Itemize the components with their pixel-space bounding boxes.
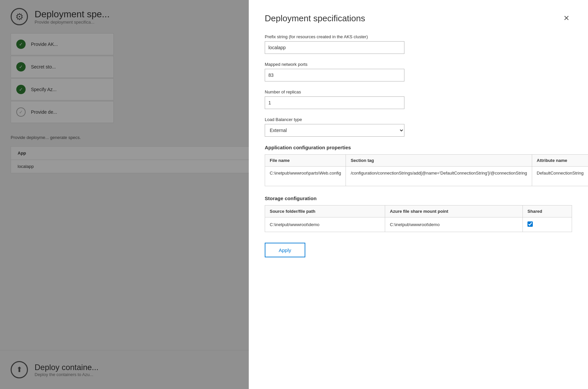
storage-config-title: Storage configuration	[265, 195, 572, 201]
mapped-ports-label: Mapped network ports	[265, 62, 572, 67]
col-file-name: File name	[265, 155, 346, 167]
col-shared: Shared	[523, 205, 572, 217]
storage-header-row: Source folder/file path Azure file share…	[265, 205, 572, 217]
app-config-row: C:\inetpub\wwwroot\parts\Web.config /con…	[265, 167, 588, 186]
storage-config-section: Storage configuration Source folder/file…	[265, 195, 572, 232]
lb-type-label: Load Balancer type	[265, 117, 572, 122]
lb-type-field-group: Load Balancer type External Internal Non…	[265, 117, 572, 137]
deployment-specs-modal: Deployment specifications ✕ Prefix strin…	[249, 0, 588, 389]
col-section-tag: Section tag	[346, 155, 532, 167]
col-source-path: Source folder/file path	[265, 205, 385, 217]
col-mount-point: Azure file share mount point	[385, 205, 523, 217]
lb-type-select[interactable]: External Internal None	[265, 124, 404, 137]
app-config-file-name: C:\inetpub\wwwroot\parts\Web.config	[265, 167, 346, 186]
app-config-section: Application configuration properties Fil…	[265, 145, 572, 186]
storage-config-table: Source folder/file path Azure file share…	[265, 205, 572, 232]
storage-row: C:\inetpub\wwwroot\demo C:\inetpub\wwwro…	[265, 217, 572, 232]
app-config-attr-name: DefaultConnectionString	[532, 167, 588, 186]
app-config-title: Application configuration properties	[265, 145, 572, 150]
replicas-label: Number of replicas	[265, 89, 572, 94]
apply-button[interactable]: Apply	[265, 243, 305, 257]
replicas-field-group: Number of replicas	[265, 89, 572, 109]
app-config-header-row: File name Section tag Attribute name Att…	[265, 155, 588, 167]
prefix-label: Prefix string (for resources created in …	[265, 34, 572, 39]
modal-header: Deployment specifications ✕	[265, 13, 572, 24]
prefix-field-group: Prefix string (for resources created in …	[265, 34, 572, 54]
modal-close-button[interactable]: ✕	[561, 13, 572, 23]
app-config-section-tag: /configuration/connectionStrings/add[@na…	[346, 167, 532, 186]
prefix-input[interactable]	[265, 41, 404, 54]
storage-shared-checkbox[interactable]	[527, 221, 533, 227]
mapped-ports-input[interactable]	[265, 69, 404, 81]
replicas-input[interactable]	[265, 96, 404, 109]
storage-shared-cell	[523, 217, 572, 232]
mapped-ports-field-group: Mapped network ports	[265, 62, 572, 81]
col-attribute-name: Attribute name	[532, 155, 588, 167]
storage-mount-point: C:\inetpub\wwwroot\demo	[385, 217, 523, 232]
storage-source-path: C:\inetpub\wwwroot\demo	[265, 217, 385, 232]
app-config-table: File name Section tag Attribute name Att…	[265, 154, 588, 186]
modal-title: Deployment specifications	[265, 13, 365, 24]
